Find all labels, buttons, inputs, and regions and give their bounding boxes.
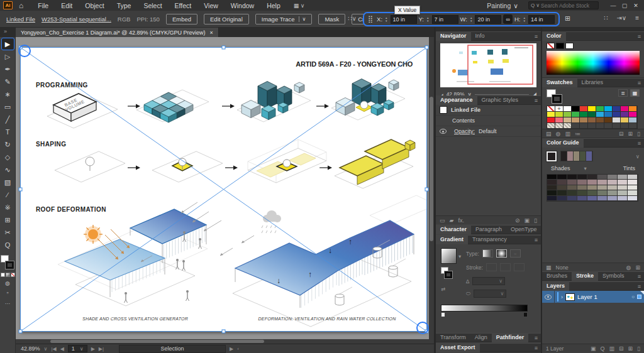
tab-pathfinder[interactable]: Pathfinder (492, 333, 529, 342)
reverse-gradient-icon[interactable]: ⇄ (441, 286, 445, 292)
color-button[interactable] (1, 273, 5, 277)
search-input[interactable] (541, 3, 596, 9)
appearance-row-contents[interactable]: Contents (436, 116, 541, 126)
layer-target-icon[interactable]: ○ (631, 294, 635, 300)
blend-tool[interactable]: ※ (1, 201, 14, 214)
shade-tint-swatch[interactable] (557, 190, 567, 195)
swatch[interactable]: ✛ (555, 106, 564, 112)
gradient-stop-white[interactable] (441, 312, 445, 317)
reference-point-locator[interactable]: ⣿ (368, 15, 373, 23)
panel-menu-icon[interactable]: ≡ (638, 80, 644, 86)
swatch[interactable] (604, 106, 613, 112)
tab-appearance[interactable]: Appearance (436, 95, 477, 105)
shade-tint-swatch[interactable] (577, 180, 587, 185)
harmony-swatch[interactable] (567, 151, 574, 161)
layer-thumbnail[interactable] (565, 293, 575, 301)
new-color-group-icon[interactable]: ⊟ (619, 131, 624, 137)
tab-swatches[interactable]: Swatches (542, 78, 577, 87)
swatch[interactable] (621, 123, 629, 129)
shade-tint-swatch[interactable] (547, 190, 557, 195)
menu-select[interactable]: Select (138, 2, 167, 9)
swatch[interactable] (547, 106, 555, 112)
chevron-down-icon[interactable]: ∨ (44, 346, 48, 352)
tab-libraries[interactable]: Libraries (577, 78, 608, 87)
shade-tint-swatch[interactable] (557, 180, 567, 185)
swatch[interactable] (564, 112, 572, 117)
tab-symbols[interactable]: Symbols (598, 271, 629, 281)
zoom-slider[interactable] (475, 94, 529, 95)
linked-file-name[interactable]: W253-Spatial sequential... (42, 16, 111, 23)
shade-tint-swatch[interactable] (608, 185, 618, 190)
aspect-ratio-field[interactable]: ∨ (474, 290, 506, 298)
home-icon[interactable]: ⌂ (19, 1, 23, 10)
menu-object[interactable]: Object (79, 2, 109, 9)
appearance-row-linked-file[interactable]: Linked File (436, 105, 541, 116)
more-options-icon[interactable]: ≡ (635, 14, 639, 21)
swatch[interactable] (596, 106, 604, 112)
panel-menu-icon[interactable]: ≡ (535, 335, 541, 341)
shade-tint-swatch[interactable] (567, 180, 577, 185)
swatch[interactable] (629, 117, 637, 123)
gradient-slider[interactable] (441, 305, 528, 312)
color-black-swatch[interactable] (556, 43, 564, 49)
image-trace-button[interactable]: Image Trace∨ (255, 14, 313, 24)
tab-color-guide[interactable]: Color Guide (542, 138, 584, 148)
zoom-tool[interactable]: Q (1, 239, 14, 251)
shade-tint-swatch[interactable] (628, 175, 638, 180)
shade-tint-swatch[interactable] (577, 175, 587, 180)
grid-view-icon[interactable]: ▦ (630, 89, 640, 97)
new-swatch-icon[interactable]: ⊞ (628, 131, 633, 137)
chevron-down-icon[interactable]: ▾ (584, 165, 587, 171)
duplicate-item-icon[interactable]: ▣ (525, 217, 530, 224)
swatch[interactable] (580, 106, 588, 112)
shade-tint-swatch[interactable] (628, 185, 638, 190)
restore-button[interactable]: ▢ (619, 3, 630, 9)
drawing-mode-icon[interactable]: ◍ (5, 280, 10, 286)
first-artboard-icon[interactable]: |◀ (51, 346, 56, 352)
tab-opentype[interactable]: OpenType (506, 225, 541, 234)
color-none-swatch[interactable] (547, 43, 555, 49)
delete-layer-icon[interactable]: ▯ (637, 345, 640, 352)
y-field[interactable] (432, 15, 458, 24)
panel-menu-icon[interactable]: ≡ (535, 33, 541, 40)
vertical-scrollbar[interactable] (429, 37, 434, 340)
shade-tint-swatch[interactable] (597, 190, 608, 195)
eyedropper-tool[interactable]: ∕ (1, 188, 14, 201)
none-button[interactable] (11, 273, 15, 277)
shade-tint-swatch[interactable] (587, 185, 597, 190)
shade-tint-swatch[interactable] (577, 185, 587, 190)
tab-close-icon[interactable]: × (209, 30, 213, 36)
shade-tint-swatch[interactable] (567, 190, 577, 195)
swatch[interactable] (547, 123, 555, 129)
menu-window[interactable]: Window (225, 2, 260, 9)
menu-edit[interactable]: Edit (55, 2, 78, 9)
make-clipping-mask-icon[interactable]: ▣ (591, 345, 596, 352)
shade-tint-swatch[interactable] (618, 180, 628, 185)
rectangle-tool[interactable]: ▭ (1, 100, 14, 113)
swatch[interactable] (604, 123, 613, 129)
distribute-icon[interactable]: ⇥∨ (616, 14, 626, 21)
shade-tint-swatch[interactable] (567, 185, 577, 190)
screen-mode-icon[interactable]: ▫ (6, 290, 8, 296)
y-stepper[interactable]: ▴▾ (427, 16, 429, 22)
color-spectrum[interactable] (547, 51, 640, 75)
next-artboard-icon[interactable]: ▶ (91, 346, 95, 352)
shade-tint-swatch[interactable] (587, 175, 597, 180)
swatch[interactable] (555, 112, 564, 117)
panel-menu-icon[interactable]: ≡ (638, 140, 644, 146)
chevron-down-icon[interactable]: ▾ (458, 253, 461, 259)
shade-tint-swatch[interactable] (577, 196, 587, 201)
tab-color[interactable]: Color (542, 31, 566, 41)
new-layer-icon[interactable]: ⊞ (628, 345, 633, 352)
harmony-swatch[interactable] (586, 151, 592, 161)
swatch[interactable] (580, 123, 588, 129)
panel-menu-icon[interactable]: ≡ (638, 33, 644, 40)
h-field[interactable] (528, 15, 555, 24)
color-white-swatch[interactable] (565, 43, 574, 49)
swatches-fill-stroke[interactable] (547, 89, 563, 104)
shade-tint-swatch[interactable] (597, 180, 608, 185)
swatch[interactable] (604, 117, 613, 123)
constrain-proportions-link-icon[interactable]: ∞ (503, 14, 513, 24)
swatch[interactable] (572, 123, 580, 129)
gradient-stop-black[interactable] (523, 312, 528, 317)
